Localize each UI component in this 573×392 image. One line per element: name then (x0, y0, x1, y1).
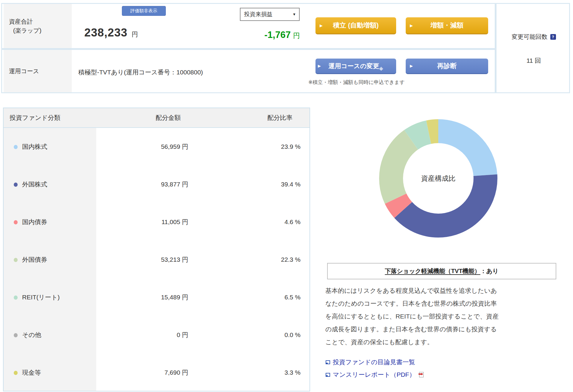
allocation-ratio: 23.9 % (213, 128, 301, 166)
apply-note: ※積立・増額・減額も同時に申込できます (308, 79, 405, 86)
arrow-right-icon: ▶ (320, 23, 323, 28)
category-color-dot (14, 183, 18, 187)
course-change-note-mark: ※ (379, 67, 383, 73)
arrow-right-icon: ▶ (410, 64, 413, 68)
allocation-amount: 56,959 円 (105, 128, 188, 166)
asset-total-amount: 238,233 (84, 26, 127, 39)
arrow-right-icon: ▶ (410, 23, 413, 28)
category-label: 外国株式 (22, 166, 47, 203)
category-color-dot (14, 220, 18, 224)
zougaku-genngaku-button[interactable]: ▶ 増額・減額 (406, 17, 488, 34)
course-description-line: ことで、資産の保全にも配慮します。 (325, 336, 568, 348)
pdf-icon (419, 372, 424, 377)
window-icon (326, 373, 330, 377)
donut-chart-svg (379, 119, 498, 238)
change-count-value: 11 回 (497, 56, 571, 65)
allocation-ratio: 6.5 % (213, 278, 301, 316)
course-description-line: なたのためのコースです。日本を含む世界の株式の投資比率 (325, 297, 568, 310)
allocation-ratio: 0.0 % (213, 316, 301, 354)
vertical-divider (495, 4, 497, 92)
category-color-dot (14, 145, 18, 149)
allocation-amount: 15,489 円 (105, 278, 188, 316)
change-count-label: 変更可能回数 (512, 33, 548, 41)
arrow-right-icon: ▶ (318, 64, 321, 68)
allocation-amount: 7,690 円 (105, 354, 188, 391)
pl-period-select[interactable]: 投資来損益 ▼ (240, 8, 300, 21)
course-description-line: の成長を図ります。また日本を含む世界の債券にも投資する (325, 323, 568, 336)
table-row: その他0 円0.0 % (4, 316, 310, 354)
table-row: 外国債券53,213 円22.3 % (4, 241, 310, 278)
pl-value-row: -1,767 円 (236, 30, 300, 40)
zougaku-button-label: 増額・減額 (430, 21, 463, 30)
allocation-amount: 53,213 円 (105, 241, 188, 278)
category-color-dot (14, 295, 18, 300)
category-color-dot (14, 333, 18, 337)
asset-total-label-cell: 資産合計 (楽ラップ) (4, 4, 72, 48)
table-row: 外国株式93,877 円39.4 % (4, 166, 310, 203)
rediagnosis-button-label: 再診断 (437, 62, 457, 71)
rediagnosis-button[interactable]: ▶ 再診断 (406, 59, 488, 74)
asset-summary-panel: 資産合計 (楽ラップ) 評価額非表示 238,233 円 投資来損益 ▼ -1,… (1, 3, 570, 93)
course-value: 積極型-TVTあり(運用コース番号：1000800) (78, 68, 203, 76)
asset-total-unit: 円 (132, 30, 138, 39)
course-description-line: を高位にするとともに、REITにも一部投資することで、資産 (325, 310, 568, 323)
allocation-amount: 0 円 (105, 316, 188, 354)
tvt-feature-status: ：あり (480, 267, 499, 275)
header-fund-class: 投資ファンド分類 (10, 108, 60, 127)
allocation-ratio: 3.3 % (213, 354, 301, 391)
category-label: 現金等 (22, 354, 41, 391)
tvt-feature-box: 下落ショック軽減機能（TVT機能） ：あり (327, 263, 556, 279)
monthly-report-link[interactable]: マンスリーレポート（PDF） (326, 370, 424, 379)
pl-value: -1,767 (264, 30, 291, 40)
course-change-button[interactable]: ▶ 運用コースの変更 ※ (315, 59, 396, 74)
asset-total-label: 資産合計 (9, 17, 72, 26)
table-row: 現金等7,690 円3.3 % (4, 354, 310, 391)
table-row: 国内株式56,959 円23.9 % (4, 128, 310, 166)
allocation-table: 投資ファンド分類 配分金額 配分比率 国内株式56,959 円23.9 %外国株… (3, 108, 310, 391)
prospectus-link-label: 投資ファンドの目論見書一覧 (333, 358, 415, 366)
category-label: REIT(リート) (22, 278, 60, 316)
asset-composition-chart: 資産構成比 (379, 119, 498, 238)
course-description: 基本的にはリスクをある程度見込んで収益性を追求したいあ なたのためのコースです。… (325, 284, 568, 348)
tvt-feature-title: 下落ショック軽減機能（TVT機能） (385, 267, 480, 275)
tsumitate-button-label: 積立 (自動増額) (333, 21, 379, 30)
allocation-table-header: 投資ファンド分類 配分金額 配分比率 (4, 108, 310, 128)
horizontal-divider (2, 48, 495, 50)
header-allocation-ratio: 配分比率 (250, 108, 310, 127)
category-color-dot (14, 371, 18, 375)
chevron-down-icon: ▼ (292, 12, 296, 16)
table-row: 国内債券11,005 円4.6 % (4, 203, 310, 241)
allocation-ratio: 4.6 % (213, 203, 301, 241)
prospectus-link[interactable]: 投資ファンドの目論見書一覧 (326, 358, 415, 366)
category-color-dot (14, 258, 18, 262)
pl-period-select-value: 投資来損益 (244, 10, 272, 18)
allocation-ratio: 22.3 % (213, 241, 301, 278)
course-label-cell: 運用コース (4, 50, 72, 92)
monthly-report-link-label: マンスリーレポート（PDF） (333, 370, 415, 379)
allocation-ratio: 39.4 % (213, 166, 301, 203)
category-label: 外国債券 (22, 241, 47, 278)
allocation-amount: 11,005 円 (105, 203, 188, 241)
course-description-line: 基本的にはリスクをある程度見込んで収益性を追求したいあ (325, 284, 568, 297)
category-label: 国内債券 (22, 203, 47, 241)
help-icon[interactable]: ？ (550, 34, 556, 40)
tsumitate-button[interactable]: ▶ 積立 (自動増額) (315, 17, 396, 34)
asset-total-sublabel: (楽ラップ) (9, 26, 72, 35)
category-label: その他 (22, 316, 41, 354)
category-label: 国内株式 (22, 128, 47, 166)
table-row: REIT(リート)15,489 円6.5 % (4, 278, 310, 316)
hide-valuation-button[interactable]: 評価額非表示 (122, 6, 166, 16)
pl-unit: 円 (293, 31, 300, 40)
header-allocation-amount: 配分金額 (138, 108, 198, 127)
allocation-amount: 93,877 円 (105, 166, 188, 203)
change-count-row: 変更可能回数 ？ (497, 33, 571, 41)
window-icon (326, 360, 330, 364)
asset-total-amount-row: 238,233 円 (71, 26, 151, 39)
course-label: 運用コース (9, 67, 72, 76)
course-change-button-label: 運用コースの変更 (328, 62, 379, 70)
